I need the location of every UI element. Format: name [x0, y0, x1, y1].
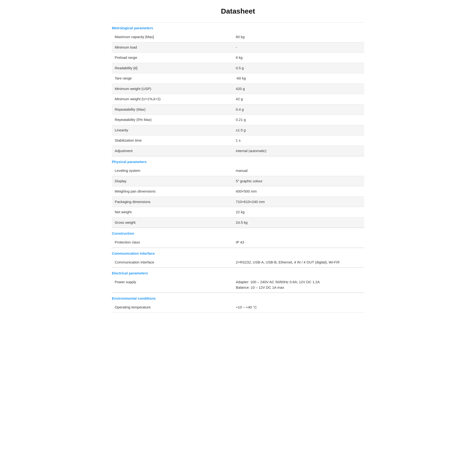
param-value: - — [233, 42, 364, 52]
param-label: Weighing pan dimensions — [112, 186, 233, 197]
param-value: 5″ graphic colour — [233, 176, 364, 186]
param-value: 6 kg — [233, 52, 364, 63]
param-value: 0.4 g — [233, 104, 364, 115]
table-row: Repeatability (Max)0.4 g — [112, 104, 364, 115]
table-row: Power supplyAdapter: 100 – 240V AC 50/60… — [112, 277, 364, 293]
section-table-physical: Leveling systemmanualDisplay5″ graphic c… — [112, 166, 364, 228]
section-header-metrological: Metrological parameters — [112, 22, 364, 32]
section-header-physical: Physical parameters — [112, 156, 364, 166]
param-value: 2×RS232, USB-A, USB-B, Ethernet, 4 IN / … — [233, 257, 364, 268]
table-row: Minimum weight (USP)420 g — [112, 84, 364, 94]
param-value: internal (automatic) — [233, 146, 364, 156]
table-row: Repeatability (5% Max)0.21 g — [112, 115, 364, 125]
param-value: -60 kg — [233, 73, 364, 84]
table-row: Adjustmentinternal (automatic) — [112, 146, 364, 156]
param-label: Power supply — [112, 277, 233, 293]
param-value: 24.5 kg — [233, 217, 364, 228]
param-label: Tare range — [112, 73, 233, 84]
param-label: Linearity — [112, 125, 233, 136]
section-header-environmental: Environmental conditions — [112, 293, 364, 302]
param-value: 1 s — [233, 136, 364, 146]
table-row: Packaging dimensions710×610×240 mm — [112, 197, 364, 207]
param-value: 710×610×240 mm — [233, 197, 364, 207]
table-row: Display5″ graphic colour — [112, 176, 364, 186]
param-label: Readability [d] — [112, 63, 233, 73]
table-row: Operating temperature+10 – +40 °C — [112, 302, 364, 312]
section-table-communication: Communication interface2×RS232, USB-A, U… — [112, 257, 364, 268]
param-value: 0.21 g — [233, 115, 364, 125]
table-row: Minimum load- — [112, 42, 364, 52]
section-table-metrological: Maximum capacity [Max]60 kgMinimum load-… — [112, 32, 364, 156]
param-label: Net weight — [112, 207, 233, 218]
section-header-construction: Construction — [112, 228, 364, 237]
section-table-construction: Protection classIP 43 — [112, 237, 364, 248]
table-row: Protection classIP 43 — [112, 237, 364, 248]
table-row: Maximum capacity [Max]60 kg — [112, 32, 364, 42]
param-value: 420 g — [233, 84, 364, 94]
param-label: Preload range — [112, 52, 233, 63]
section-header-electrical: Electrical parameters — [112, 268, 364, 277]
param-label: Adjustment — [112, 146, 233, 156]
section-table-environmental: Operating temperature+10 – +40 °C — [112, 302, 364, 313]
param-value: 60 kg — [233, 32, 364, 42]
page-title: Datasheet — [112, 7, 364, 15]
section-header-communication: Communication interface — [112, 248, 364, 257]
param-label: Stabilization time — [112, 136, 233, 146]
table-row: Gross weight24.5 kg — [112, 217, 364, 228]
param-label: Leveling system — [112, 166, 233, 176]
param-value: ±1.5 g — [233, 125, 364, 136]
table-row: Tare range-60 kg — [112, 73, 364, 84]
param-label: Gross weight — [112, 217, 233, 228]
param-label: Repeatability (5% Max) — [112, 115, 233, 125]
table-row: Stabilization time1 s — [112, 136, 364, 146]
param-label: Communication interface — [112, 257, 233, 268]
param-label: Minimum weight (U=1%,k=2) — [112, 94, 233, 104]
table-row: Preload range6 kg — [112, 52, 364, 63]
param-label: Protection class — [112, 237, 233, 248]
param-value: 0.5 g — [233, 63, 364, 73]
param-value: +10 – +40 °C — [233, 302, 364, 312]
param-value: 400×500 mm — [233, 186, 364, 197]
param-label: Maximum capacity [Max] — [112, 32, 233, 42]
table-row: Leveling systemmanual — [112, 166, 364, 176]
table-row: Linearity±1.5 g — [112, 125, 364, 136]
param-label: Repeatability (Max) — [112, 104, 233, 115]
param-value: 22 kg — [233, 207, 364, 218]
table-row: Minimum weight (U=1%,k=2)42 g — [112, 94, 364, 104]
param-label: Minimum load — [112, 42, 233, 52]
table-row: Net weight22 kg — [112, 207, 364, 218]
param-value: IP 43 — [233, 237, 364, 248]
param-label: Operating temperature — [112, 302, 233, 312]
table-row: Readability [d]0.5 g — [112, 63, 364, 73]
table-row: Weighing pan dimensions400×500 mm — [112, 186, 364, 197]
param-value: Adapter: 100 – 240V AC 50/60Hz 0.6A; 12V… — [233, 277, 364, 293]
param-label: Display — [112, 176, 233, 186]
param-value: 42 g — [233, 94, 364, 104]
param-label: Packaging dimensions — [112, 197, 233, 207]
param-value: manual — [233, 166, 364, 176]
datasheet-container: Metrological parametersMaximum capacity … — [112, 22, 364, 313]
table-row: Communication interface2×RS232, USB-A, U… — [112, 257, 364, 268]
param-label: Minimum weight (USP) — [112, 84, 233, 94]
section-table-electrical: Power supplyAdapter: 100 – 240V AC 50/60… — [112, 277, 364, 293]
